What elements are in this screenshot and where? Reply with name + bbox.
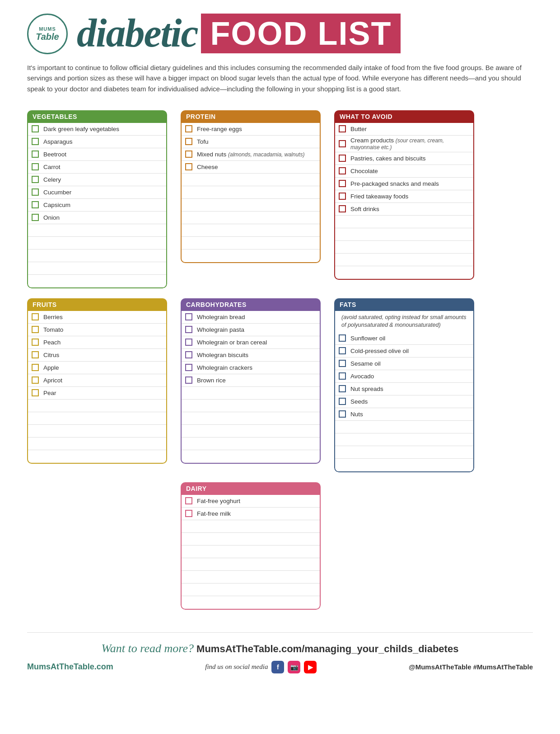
- list-item: Fried takeaway foods: [335, 190, 473, 203]
- checkbox[interactable]: [185, 497, 192, 504]
- checkbox[interactable]: [32, 326, 39, 333]
- food-label: Cold-pressed olive oil: [350, 348, 409, 354]
- checkbox[interactable]: [32, 163, 39, 170]
- food-label: Sunflower oil: [350, 335, 385, 342]
- checkbox[interactable]: [339, 372, 346, 380]
- checkbox[interactable]: [339, 155, 346, 162]
- logo-table: Table: [36, 32, 59, 42]
- empty-row: [182, 438, 320, 450]
- list-item: Mixed nuts (almonds, macadamia, walnuts): [182, 148, 320, 161]
- checkbox[interactable]: [32, 125, 39, 132]
- checkbox[interactable]: [32, 151, 39, 158]
- checkbox[interactable]: [32, 214, 39, 221]
- checkbox[interactable]: [32, 364, 39, 371]
- checkbox[interactable]: [32, 313, 39, 320]
- empty-row: [28, 224, 166, 237]
- list-item: Chocolate: [335, 165, 473, 178]
- intro-text: It's important to continue to follow off…: [27, 62, 533, 94]
- list-item: Cold-pressed olive oil: [335, 345, 473, 358]
- checkbox[interactable]: [32, 351, 39, 358]
- empty-row: [335, 216, 473, 228]
- list-item: Tofu: [182, 136, 320, 148]
- protein-body: Free-range eggs Tofu Mixed nuts (almonds…: [181, 123, 321, 263]
- checkbox[interactable]: [32, 201, 39, 208]
- empty-row: [182, 596, 320, 609]
- food-label: Berries: [43, 314, 63, 320]
- checkbox[interactable]: [32, 389, 39, 396]
- checkbox[interactable]: [32, 339, 39, 346]
- checkbox[interactable]: [339, 360, 346, 367]
- fats-box: FATS (avoid saturated, opting instead fo…: [334, 298, 474, 472]
- vegetables-header: VEGETABLES: [27, 110, 167, 123]
- checkbox[interactable]: [185, 163, 192, 170]
- footer-cta-script: Want to read more?: [102, 642, 194, 655]
- fruits-header: FRUITS: [27, 298, 167, 311]
- food-label: Celery: [43, 176, 61, 183]
- food-label: Wholegrain or bran cereal: [197, 339, 267, 346]
- checkbox[interactable]: [185, 125, 192, 132]
- checkbox[interactable]: [339, 398, 346, 405]
- food-label: Soft drinks: [350, 206, 379, 212]
- footer-cta-url: MumsAtTheTable.com/managing_your_childs_…: [196, 643, 458, 654]
- checkbox[interactable]: [185, 313, 192, 320]
- checkbox[interactable]: [185, 510, 192, 517]
- checkbox[interactable]: [185, 138, 192, 145]
- checkbox[interactable]: [185, 151, 192, 158]
- food-label: Sesame oil: [350, 360, 381, 367]
- footer-social: MumsAtTheTable.com find us on social med…: [27, 661, 533, 673]
- checkbox[interactable]: [339, 180, 346, 187]
- checkbox[interactable]: [339, 385, 346, 392]
- vegetables-box: VEGETABLES Dark green leafy vegetables A…: [27, 110, 167, 288]
- checkbox[interactable]: [185, 326, 192, 333]
- list-item: Pear: [28, 387, 166, 400]
- checkbox[interactable]: [185, 376, 192, 384]
- food-label: Butter: [350, 126, 367, 132]
- empty-row: [28, 400, 166, 412]
- list-item: Asparagus: [28, 136, 166, 148]
- footer-hashtag: @MumsAtTheTable #MumsAtTheTable: [409, 663, 533, 671]
- checkbox[interactable]: [339, 140, 346, 147]
- list-item: Sesame oil: [335, 358, 473, 370]
- empty-row: [182, 425, 320, 438]
- food-label: Capsicum: [43, 202, 70, 208]
- checkbox[interactable]: [32, 138, 39, 145]
- footer-social-center: find us on social media f 📷 ▶: [205, 661, 317, 673]
- fats-body: (avoid saturated, opting instead for sma…: [334, 311, 474, 472]
- fats-header: FATS: [334, 298, 474, 311]
- empty-row: [182, 571, 320, 583]
- checkbox[interactable]: [339, 347, 346, 354]
- empty-row: [182, 212, 320, 224]
- checkbox[interactable]: [32, 376, 39, 384]
- checkbox[interactable]: [339, 410, 346, 418]
- fruits-body: Berries Tomato Peach Citrus Apple Aprico…: [27, 311, 167, 464]
- food-label: Fat-free milk: [197, 510, 231, 517]
- checkbox[interactable]: [339, 125, 346, 132]
- food-label: Dark green leafy vegetables: [43, 126, 119, 132]
- checkbox[interactable]: [339, 193, 346, 200]
- list-item: Tomato: [28, 324, 166, 336]
- list-item: Wholegrain bread: [182, 311, 320, 324]
- checkbox[interactable]: [32, 188, 39, 196]
- facebook-icon[interactable]: f: [271, 661, 284, 673]
- checkbox[interactable]: [339, 167, 346, 174]
- empty-row: [335, 241, 473, 254]
- checkbox[interactable]: [185, 364, 192, 371]
- empty-row: [182, 387, 320, 400]
- checkbox[interactable]: [185, 339, 192, 346]
- checkbox[interactable]: [185, 351, 192, 358]
- food-label: Citrus: [43, 352, 59, 358]
- youtube-icon[interactable]: ▶: [304, 661, 317, 673]
- list-item: Berries: [28, 311, 166, 324]
- checkbox[interactable]: [32, 176, 39, 183]
- list-item: Nut spreads: [335, 383, 473, 395]
- list-item: Brown rice: [182, 374, 320, 387]
- instagram-icon[interactable]: 📷: [288, 661, 300, 673]
- empty-row: [335, 446, 473, 459]
- empty-row: [28, 438, 166, 450]
- checkbox[interactable]: [339, 205, 346, 212]
- empty-row: [335, 433, 473, 446]
- checkbox[interactable]: [339, 334, 346, 342]
- food-label: Beetroot: [43, 151, 66, 158]
- list-item: Fat-free yoghurt: [182, 495, 320, 508]
- list-item: Butter: [335, 123, 473, 136]
